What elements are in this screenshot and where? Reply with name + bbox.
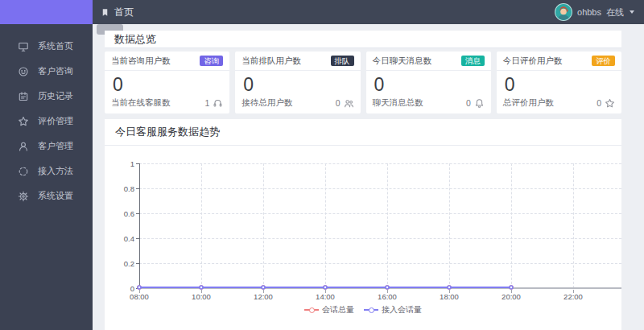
bookmark-icon (101, 7, 109, 18)
card-title: 今日聊天消息数 (373, 56, 432, 67)
team-icon (344, 98, 354, 109)
card-footer-value: 1 (204, 98, 209, 108)
sidebar-item-4[interactable]: 评价管理 (0, 109, 93, 134)
star-icon (18, 116, 29, 127)
user-menu[interactable]: ohbbs 在线 (555, 3, 634, 21)
sidebar: 系统首页客户咨询历史记录评价管理客户管理接入方法系统设置 (0, 0, 93, 330)
sidebar-item-label: 系统首页 (38, 40, 73, 52)
main-content: 数据总览 当前咨询用户数咨询0当前在线客服数1当前排队用户数排队0接待总用户数0… (93, 24, 644, 330)
card-value: 0 (366, 71, 491, 96)
card-badge: 消息 (461, 56, 485, 67)
stat-card-2: 当前排队用户数排队0接待总用户数0 (235, 52, 360, 113)
sidebar-item-6[interactable]: 接入方法 (0, 159, 93, 184)
sidebar-menu: 系统首页客户咨询历史记录评价管理客户管理接入方法系统设置 (0, 24, 93, 208)
breadcrumb-label: 首页 (114, 6, 134, 19)
headset-icon (213, 98, 223, 109)
breadcrumb[interactable]: 首页 (101, 6, 134, 19)
star-icon (605, 98, 615, 109)
card-footer: 当前在线客服数1 (105, 97, 229, 113)
trend-line-chart: 会话总量接入会话量 00.20.40.60.8108:0010:0012:001… (105, 146, 621, 330)
card-footer: 聊天消息总数0 (366, 97, 491, 113)
card-footer-value: 0 (336, 98, 341, 108)
stat-cards-row: 当前咨询用户数咨询0当前在线客服数1当前排队用户数排队0接待总用户数0今日聊天消… (105, 52, 621, 113)
monitor-icon (18, 41, 29, 52)
history-notebook-icon (18, 91, 29, 102)
loading-dashed-icon (18, 166, 29, 177)
card-header: 今日评价用户数评价 (497, 52, 621, 71)
sidebar-item-label: 客户管理 (38, 140, 73, 152)
card-value: 0 (235, 71, 360, 96)
sidebar-item-2[interactable]: 客户咨询 (0, 59, 93, 84)
card-footer-value: 0 (466, 98, 471, 108)
card-badge: 咨询 (200, 56, 223, 67)
card-badge: 排队 (331, 56, 354, 67)
trend-panel-title: 今日客服服务数据趋势 (115, 125, 220, 139)
trend-panel: 今日客服服务数据趋势 会话总量接入会话量 00.20.40.60.8108:00… (105, 119, 621, 330)
card-value: 0 (105, 71, 229, 96)
sidebar-item-label: 历史记录 (38, 90, 73, 102)
bell-icon (474, 98, 485, 109)
chevron-down-icon (630, 10, 634, 14)
card-badge: 评价 (592, 56, 615, 67)
card-footer-label: 聊天消息总数 (373, 97, 423, 109)
sidebar-item-label: 评价管理 (38, 115, 73, 127)
card-footer-label: 当前在线客服数 (111, 97, 171, 109)
user-status: 在线 (606, 6, 624, 19)
user-name: ohbbs (577, 7, 601, 17)
sidebar-item-label: 接入方法 (38, 165, 73, 177)
sidebar-item-label: 系统设置 (38, 190, 73, 202)
stat-card-1: 当前咨询用户数咨询0当前在线客服数1 (105, 52, 229, 113)
overview-section-header: 数据总览 (105, 31, 621, 48)
card-footer: 接待总用户数0 (235, 97, 360, 113)
card-header: 当前排队用户数排队 (235, 52, 360, 71)
card-title: 当前排队用户数 (242, 56, 301, 67)
overview-title: 数据总览 (114, 32, 156, 47)
sidebar-item-1[interactable]: 系统首页 (0, 34, 93, 59)
gear-icon (18, 191, 29, 202)
card-title: 今日评价用户数 (503, 56, 563, 67)
card-footer-label: 总评价用户数 (503, 97, 554, 109)
card-value: 0 (497, 71, 621, 96)
sidebar-item-label: 客户咨询 (38, 65, 73, 77)
topbar: 首页 ohbbs 在线 (93, 0, 644, 24)
card-header: 今日聊天消息数消息 (366, 52, 491, 71)
card-title: 当前咨询用户数 (111, 56, 171, 67)
user-icon (18, 141, 29, 152)
chart-series (105, 146, 621, 330)
sidebar-item-5[interactable]: 客户管理 (0, 134, 93, 159)
card-footer: 总评价用户数0 (497, 97, 621, 113)
sidebar-item-3[interactable]: 历史记录 (0, 84, 93, 109)
stat-card-3: 今日聊天消息数消息0聊天消息总数0 (366, 52, 491, 113)
sidebar-item-7[interactable]: 系统设置 (0, 184, 93, 208)
card-footer-value: 0 (597, 98, 601, 108)
card-header: 当前咨询用户数咨询 (105, 52, 229, 71)
avatar (555, 3, 572, 21)
trend-panel-header: 今日客服服务数据趋势 (105, 119, 621, 146)
stat-card-4: 今日评价用户数评价0总评价用户数0 (497, 52, 621, 113)
card-footer-label: 接待总用户数 (242, 97, 292, 109)
logo-block (0, 0, 93, 24)
chat-smile-icon (18, 66, 29, 77)
